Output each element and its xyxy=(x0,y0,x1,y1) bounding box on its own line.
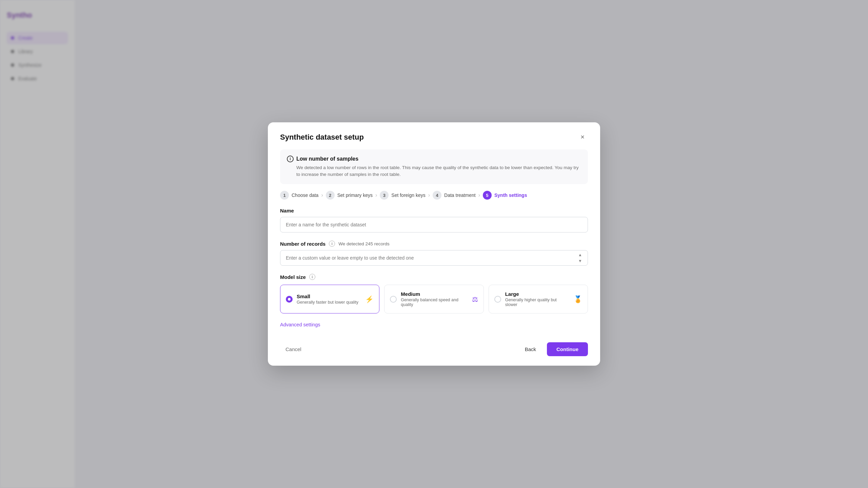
step-3-num: 3 xyxy=(380,191,389,200)
medal-icon: 🏅 xyxy=(574,295,582,303)
step-2[interactable]: 2 Set primary keys xyxy=(326,191,373,200)
step-4-num: 4 xyxy=(433,191,441,200)
step-4-label: Data treatment xyxy=(444,192,476,198)
step-5-label: Synth settings xyxy=(494,192,527,198)
records-input-wrapper: ▲ ▼ xyxy=(280,250,588,266)
records-detected: We detected 245 records xyxy=(338,241,390,246)
records-increment-button[interactable]: ▲ xyxy=(576,252,584,258)
step-2-label: Set primary keys xyxy=(337,192,373,198)
step-1-num: 1 xyxy=(280,191,289,200)
model-size-info-icon: i xyxy=(309,274,315,280)
model-option-small-desc: Generally faster but lower quality xyxy=(297,300,361,305)
step-5-num: 5 xyxy=(483,191,492,200)
advanced-settings-link[interactable]: Advanced settings xyxy=(280,322,320,327)
warning-icon: i xyxy=(287,156,294,162)
name-input[interactable] xyxy=(280,217,588,232)
model-option-medium-name: Medium xyxy=(401,291,468,297)
records-label: Number of records xyxy=(280,241,326,247)
model-option-large-desc: Generally higher quality but slower xyxy=(505,298,570,307)
footer-right: Back Continue xyxy=(518,342,588,356)
model-option-small-content: Small Generally faster but lower quality xyxy=(297,293,361,305)
step-4[interactable]: 4 Data treatment xyxy=(433,191,476,200)
step-3[interactable]: 3 Set foreign keys xyxy=(380,191,425,200)
cancel-button[interactable]: Cancel xyxy=(280,343,307,355)
model-option-large-name: Large xyxy=(505,291,570,297)
modal: Synthetic dataset setup × i Low number o… xyxy=(268,122,600,366)
records-decrement-button[interactable]: ▼ xyxy=(576,258,584,264)
lightning-icon: ⚡ xyxy=(365,295,374,303)
modal-header: Synthetic dataset setup × xyxy=(268,122,600,149)
stepper: 1 Choose data › 2 Set primary keys › 3 S… xyxy=(268,191,600,208)
model-option-large-content: Large Generally higher quality but slowe… xyxy=(505,291,570,307)
modal-overlay: Synthetic dataset setup × i Low number o… xyxy=(0,0,868,488)
stepper-arrows: ▲ ▼ xyxy=(576,252,584,264)
warning-body: We detected a low number of rows in the … xyxy=(287,164,581,178)
model-size-label: Model size xyxy=(280,274,306,280)
chevron-icon-1: › xyxy=(321,192,323,198)
modal-footer: Cancel Back Continue xyxy=(268,337,600,366)
model-option-large[interactable]: Large Generally higher quality but slowe… xyxy=(489,285,588,313)
chevron-icon-3: › xyxy=(428,192,430,198)
model-option-medium-content: Medium Generally balanced speed and qual… xyxy=(401,291,468,307)
step-1[interactable]: 1 Choose data xyxy=(280,191,318,200)
warning-title-text: Low number of samples xyxy=(296,156,358,162)
radio-small xyxy=(286,296,293,303)
step-3-label: Set foreign keys xyxy=(391,192,425,198)
model-option-small-name: Small xyxy=(297,293,361,299)
records-label-row: Number of records i We detected 245 reco… xyxy=(280,241,588,247)
radio-medium xyxy=(390,296,397,303)
continue-button[interactable]: Continue xyxy=(547,342,588,356)
radio-large xyxy=(494,296,501,303)
chevron-icon-2: › xyxy=(375,192,377,198)
warning-banner: i Low number of samples We detected a lo… xyxy=(280,149,588,184)
chevron-icon-4: › xyxy=(478,192,480,198)
warning-title: i Low number of samples xyxy=(287,156,581,162)
model-option-medium-desc: Generally balanced speed and quality xyxy=(401,298,468,307)
records-info-icon: i xyxy=(329,241,335,247)
modal-body: Name Number of records i We detected 245… xyxy=(268,208,600,337)
modal-title: Synthetic dataset setup xyxy=(280,133,364,142)
model-option-medium[interactable]: Medium Generally balanced speed and qual… xyxy=(384,285,484,313)
name-label: Name xyxy=(280,208,588,214)
model-options: Small Generally faster but lower quality… xyxy=(280,285,588,313)
model-size-label-row: Model size i xyxy=(280,274,588,280)
step-1-label: Choose data xyxy=(292,192,318,198)
back-button[interactable]: Back xyxy=(518,342,543,356)
step-2-num: 2 xyxy=(326,191,335,200)
step-5[interactable]: 5 Synth settings xyxy=(483,191,527,200)
close-button[interactable]: × xyxy=(577,132,588,143)
scales-icon: ⚖ xyxy=(472,295,478,303)
records-input[interactable] xyxy=(280,250,588,266)
model-option-small[interactable]: Small Generally faster but lower quality… xyxy=(280,285,379,313)
